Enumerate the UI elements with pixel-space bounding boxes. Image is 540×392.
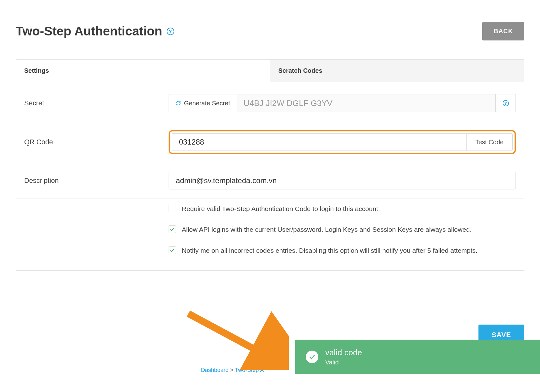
help-icon[interactable]: ? <box>167 28 174 35</box>
qr-code-label: QR Code <box>24 138 162 146</box>
breadcrumb-dashboard[interactable]: Dashboard <box>201 367 229 373</box>
breadcrumb-sep: > <box>229 367 235 373</box>
tab-settings[interactable]: Settings <box>16 60 270 82</box>
help-icon: ? <box>503 100 509 106</box>
secret-help-button[interactable]: ? <box>496 94 516 112</box>
qr-highlight: Test Code <box>169 130 516 154</box>
breadcrumb-current[interactable]: Two-Step A <box>235 367 264 373</box>
refresh-icon <box>176 101 181 106</box>
svg-line-0 <box>188 314 270 358</box>
qr-code-input[interactable] <box>172 133 466 151</box>
back-button[interactable]: BACK <box>482 22 524 40</box>
settings-panel: Settings Scratch Codes Secret Generate S… <box>16 59 524 271</box>
page-title-text: Two-Step Authentication <box>16 24 162 38</box>
generate-secret-button[interactable]: Generate Secret <box>169 94 237 112</box>
test-code-button[interactable]: Test Code <box>466 133 513 151</box>
toast-valid-code: valid code Valid <box>295 340 540 374</box>
description-label: Description <box>24 177 162 185</box>
toast-subtitle: Valid <box>325 359 362 366</box>
annotation-arrow-icon <box>182 307 289 370</box>
notify-checkbox[interactable] <box>169 246 176 254</box>
allow-api-label: Allow API logins with the current User/p… <box>182 225 472 234</box>
toast-title: valid code <box>325 348 362 358</box>
description-input[interactable] <box>169 172 516 189</box>
require-2fa-label: Require valid Two-Step Authentication Co… <box>182 204 380 214</box>
breadcrumb: Dashboard > Two-Step A <box>201 367 264 373</box>
allow-api-checkbox[interactable] <box>169 225 176 233</box>
require-2fa-checkbox[interactable] <box>169 205 176 212</box>
generate-secret-label: Generate Secret <box>184 100 230 107</box>
notify-label: Notify me on all incorrect codes entries… <box>182 246 478 255</box>
page-title: Two-Step Authentication ? <box>16 24 174 38</box>
tab-scratch-codes[interactable]: Scratch Codes <box>270 60 524 82</box>
secret-value: U4BJ JI2W DGLF G3YV <box>237 94 496 112</box>
check-circle-icon <box>306 351 318 363</box>
secret-label: Secret <box>24 99 162 107</box>
